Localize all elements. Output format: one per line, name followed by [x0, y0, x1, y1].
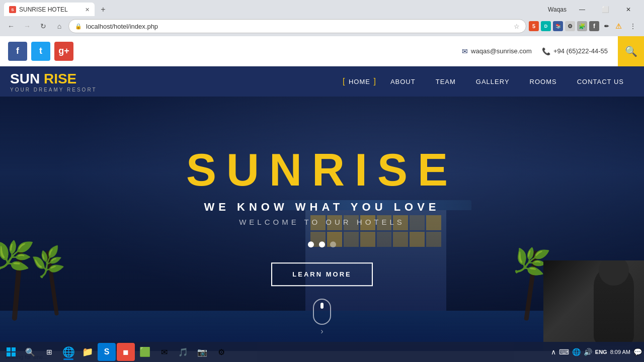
taskbar-photo-app[interactable]: 📷: [193, 343, 211, 361]
taskbar-view-icon[interactable]: ⊞: [40, 343, 58, 361]
bookmark-icon[interactable]: ☆: [514, 23, 520, 30]
taskbar-mail-app[interactable]: ✉: [155, 343, 173, 361]
logo-rise: RISE: [44, 71, 76, 86]
taskbar-file-app[interactable]: 📁: [78, 343, 97, 361]
forward-button[interactable]: →: [20, 19, 34, 33]
ext-html5-icon[interactable]: 5: [529, 21, 539, 31]
ext-settings-icon[interactable]: ⚙: [565, 21, 575, 31]
nav-home[interactable]: HOME: [339, 66, 380, 97]
google-plus-icon[interactable]: g+: [54, 42, 73, 61]
svg-rect-2: [7, 352, 11, 356]
tab-favicon: S: [9, 6, 16, 13]
taskbar-up-icon[interactable]: ∧: [551, 348, 556, 356]
taskbar-speaker-icon[interactable]: 🔊: [584, 348, 592, 356]
scroll-indicator: ›: [313, 299, 331, 336]
phone-text: +94 (65)222-44-55: [553, 47, 608, 55]
palm-tree-left2: 🌿: [15, 245, 20, 321]
taskbar-apps: 🌐 📁 S ◼ 🟩 ✉ 🎵 📷 ⚙: [59, 343, 550, 361]
browser-menu-button[interactable]: ⋮: [626, 19, 640, 33]
carousel-dots: [146, 241, 498, 247]
nav-links: HOME ABOUT TEAM GALLERY ROOMS CONTACT US: [339, 66, 634, 97]
taskbar-red-app[interactable]: ◼: [117, 343, 135, 361]
browser-tab[interactable]: S SUNRISE HOTEL ✕: [4, 3, 95, 17]
back-button[interactable]: ←: [4, 19, 18, 33]
browser-titlebar: S SUNRISE HOTEL ✕ + Waqas — ⬜ ✕: [0, 0, 644, 16]
tab-title: SUNRISE HOTEL: [19, 6, 68, 13]
svg-rect-1: [12, 347, 16, 351]
nav-team[interactable]: TEAM: [426, 66, 466, 97]
browser-toolbar: ← → ↻ ⌂ 🔒 localhost/hotel/index.php ☆ 5 …: [0, 16, 644, 36]
start-button[interactable]: [2, 343, 20, 361]
taskbar-settings-app[interactable]: ⚙: [212, 343, 230, 361]
home-button[interactable]: ⌂: [52, 19, 66, 33]
nav-about[interactable]: ABOUT: [380, 66, 426, 97]
svg-rect-0: [7, 347, 11, 351]
ext-book-icon[interactable]: 📚: [553, 21, 563, 31]
video-thumbnail: [543, 260, 644, 351]
reload-button[interactable]: ↻: [36, 19, 50, 33]
website: f t g+ ✉ waqas@sunrise.com 📞 +94 (65)222…: [0, 36, 644, 362]
ext-f-icon[interactable]: f: [589, 21, 599, 31]
logo: SUN RISE YOUR DREAMY RESORT: [10, 71, 97, 93]
palm-tree-right: 🌿: [529, 250, 533, 321]
social-icons-group: f t g+: [8, 42, 73, 61]
address-bar[interactable]: 🔒 localhost/hotel/index.php ☆: [68, 19, 526, 33]
minimize-button[interactable]: —: [571, 3, 594, 16]
scroll-arrow: ›: [313, 327, 331, 336]
browser-chrome: S SUNRISE HOTEL ✕ + Waqas — ⬜ ✕ ← → ↻ ⌂ …: [0, 0, 644, 362]
url-text: localhost/hotel/index.php: [86, 23, 510, 30]
ext-dart-icon[interactable]: D: [541, 21, 551, 31]
svg-rect-3: [12, 352, 16, 356]
new-tab-button[interactable]: +: [97, 3, 110, 16]
toolbar-extensions: 5 D 📚 ⚙ 🧩 f ✏ ⚠: [528, 21, 624, 31]
hero-subtitle: WE KNOW WHAT YOU LOVE: [146, 201, 498, 214]
hero-title: SUNRISE: [146, 147, 498, 193]
taskbar-music-app[interactable]: 🎵: [174, 343, 192, 361]
taskbar-chrome-app[interactable]: 🌐: [59, 343, 77, 361]
learn-more-button[interactable]: LEARN MORE: [271, 262, 372, 286]
search-button[interactable]: 🔍: [618, 36, 644, 66]
ext-jigsaw-icon[interactable]: 🧩: [577, 21, 587, 31]
phone-contact: 📞 +94 (65)222-44-55: [542, 47, 608, 55]
top-contact-bar: f t g+ ✉ waqas@sunrise.com 📞 +94 (65)222…: [0, 36, 644, 66]
scroll-circle: [313, 299, 331, 325]
ext-warning-icon[interactable]: ⚠: [613, 21, 623, 31]
carousel-dot-3[interactable]: [330, 241, 336, 247]
facebook-icon[interactable]: f: [8, 42, 27, 61]
nav-rooms[interactable]: ROOMS: [520, 66, 567, 97]
nav-gallery[interactable]: GALLERY: [466, 66, 520, 97]
logo-text: SUN RISE: [10, 71, 97, 87]
scroll-dot: [320, 303, 324, 309]
carousel-dot-1[interactable]: [308, 241, 314, 247]
restore-button[interactable]: ⬜: [594, 3, 617, 16]
taskbar-notification-icon[interactable]: 💬: [633, 348, 642, 356]
contact-info-group: ✉ waqas@sunrise.com 📞 +94 (65)222-44-55 …: [462, 36, 636, 66]
email-contact: ✉ waqas@sunrise.com: [462, 47, 532, 55]
taskbar-store-app[interactable]: S: [98, 343, 116, 361]
email-icon: ✉: [462, 47, 468, 55]
email-text: waqas@sunrise.com: [471, 47, 532, 55]
carousel-dot-2[interactable]: [319, 241, 325, 247]
taskbar-keyboard-icon[interactable]: ⌨: [559, 348, 569, 356]
logo-subtitle: YOUR DREAMY RESORT: [10, 87, 97, 93]
ext-pen-icon[interactable]: ✏: [601, 21, 611, 31]
hero-section: 🌿 🌿 🌿: [0, 97, 644, 351]
logo-sun: SUN: [10, 71, 44, 86]
taskbar-lang-label[interactable]: ENG: [595, 349, 607, 355]
person-in-video: [543, 260, 644, 351]
close-button[interactable]: ✕: [617, 3, 640, 16]
navbar: SUN RISE YOUR DREAMY RESORT HOME ABOUT T…: [0, 66, 644, 97]
hero-content: SUNRISE WE KNOW WHAT YOU LOVE WELCOME TO…: [146, 147, 498, 286]
taskbar: 🔍 ⊞ 🌐 📁 S ◼ 🟩 ✉ 🎵 📷 ⚙ ∧ ⌨ 🌐 🔊 ENG 8:09 A…: [0, 342, 644, 362]
taskbar-green-app[interactable]: 🟩: [136, 343, 154, 361]
taskbar-search-icon[interactable]: 🔍: [21, 343, 39, 361]
username-label: Waqas: [548, 6, 567, 13]
twitter-icon[interactable]: t: [31, 42, 50, 61]
nav-contact[interactable]: CONTACT US: [567, 66, 634, 97]
taskbar-time: 8:09 AM: [610, 348, 630, 355]
taskbar-network-icon[interactable]: 🌐: [572, 348, 581, 356]
hero-tagline: WELCOME TO OUR HOTELS: [146, 218, 498, 226]
palm-tree-left: 🌿: [50, 250, 54, 316]
taskbar-right-area: ∧ ⌨ 🌐 🔊 ENG 8:09 AM 💬: [551, 348, 642, 356]
tab-close-icon[interactable]: ✕: [85, 7, 90, 13]
